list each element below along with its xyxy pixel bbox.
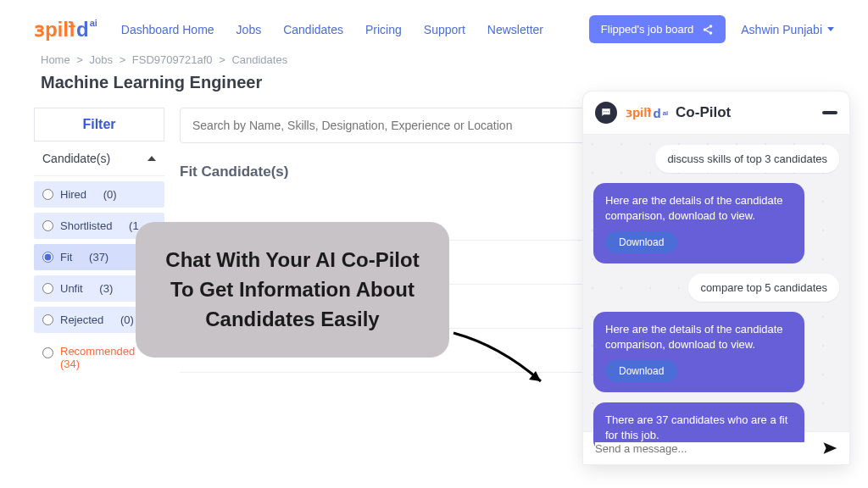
share-icon	[702, 24, 714, 36]
crumb-jobs[interactable]: Jobs	[90, 53, 113, 66]
logo[interactable]: fliqɛdai	[34, 18, 97, 42]
download-button[interactable]: Download	[605, 231, 677, 253]
assistant-message: Here are the details of the candidate co…	[593, 312, 804, 392]
user-message: compare top 5 candidates	[688, 274, 839, 302]
nav-dashboard[interactable]: Dashboard Home	[121, 23, 214, 36]
minimize-icon[interactable]	[822, 111, 837, 114]
nav-pricing[interactable]: Pricing	[365, 23, 402, 36]
logo-sup: ai	[90, 18, 97, 42]
svg-point-5	[608, 111, 609, 112]
svg-point-3	[604, 111, 604, 112]
radio-hired[interactable]	[42, 189, 53, 200]
arrow-annotation	[449, 329, 551, 396]
crumb-jobid[interactable]: FSD9709721af0	[132, 53, 213, 66]
filter-group-candidates[interactable]: Candidate(s)	[34, 141, 164, 176]
chevron-up-icon	[147, 156, 156, 161]
svg-point-0	[709, 25, 713, 28]
chevron-down-icon	[827, 27, 834, 31]
callout-annotation: Chat With Your AI Co-Pilot To Get Inform…	[136, 222, 449, 358]
filter-group-label: Candidate(s)	[42, 152, 110, 165]
filter-item-hired[interactable]: Hired (0)	[34, 181, 164, 208]
radio-unfit[interactable]	[42, 283, 53, 294]
crumb-home[interactable]: Home	[41, 53, 70, 66]
copilot-panel: fliqɛdai Co-Pilot discuss skills of top …	[583, 92, 849, 464]
breadcrumb: Home > Jobs > FSD9709721af0 > Candidates	[0, 52, 868, 73]
crumb-candidates: Candidates	[231, 53, 287, 66]
svg-point-2	[709, 31, 713, 35]
nav-newsletter[interactable]: Newsletter	[487, 23, 543, 36]
copilot-messages: discuss skills of top 3 candidates Here …	[583, 135, 849, 431]
assistant-message: Here are the details of the candidate co…	[593, 183, 804, 263]
logo-part1: fliqɛ	[34, 18, 75, 42]
send-icon[interactable]	[822, 441, 837, 456]
chat-icon	[595, 102, 617, 124]
main-nav: Dashboard Home Jobs Candidates Pricing S…	[121, 23, 543, 36]
job-board-button[interactable]: Flipped's job board	[589, 15, 726, 43]
nav-jobs[interactable]: Jobs	[236, 23, 262, 36]
logo-part2: d	[76, 18, 89, 42]
radio-fit[interactable]	[42, 252, 53, 263]
download-button[interactable]: Download	[605, 360, 677, 382]
job-board-label: Flipped's job board	[601, 23, 693, 36]
nav-candidates[interactable]: Candidates	[283, 23, 343, 36]
radio-rejected[interactable]	[42, 314, 53, 325]
user-name: Ashwin Punjabi	[741, 23, 822, 36]
copilot-input[interactable]	[595, 442, 814, 455]
user-message: discuss skills of top 3 candidates	[655, 145, 839, 173]
nav-support[interactable]: Support	[424, 23, 465, 36]
user-dropdown[interactable]: Ashwin Punjabi	[741, 23, 834, 36]
radio-recommended[interactable]	[42, 347, 53, 358]
svg-point-1	[704, 28, 707, 31]
filter-header[interactable]: Filter	[34, 108, 164, 141]
svg-point-4	[605, 111, 606, 112]
radio-shortlisted[interactable]	[42, 220, 53, 231]
copilot-title: fliqɛdai Co-Pilot	[626, 104, 731, 121]
